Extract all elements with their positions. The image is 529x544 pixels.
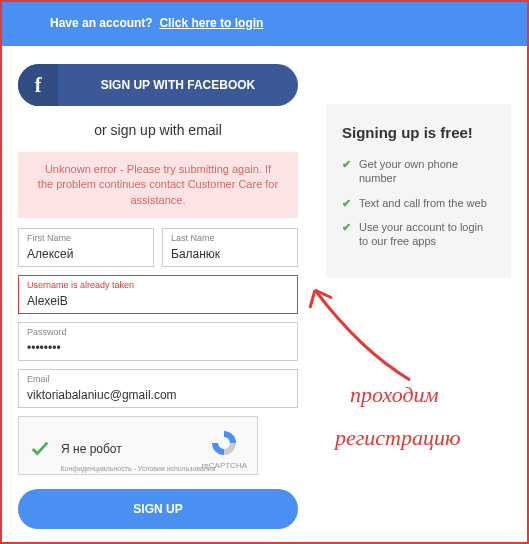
recaptcha-checkmark-icon	[29, 438, 51, 460]
annotation-text-2: регистрацию	[335, 425, 461, 451]
sidebar-title: Signing up is free!	[342, 124, 495, 141]
last-name-input[interactable]	[171, 247, 289, 261]
last-name-label: Last Name	[171, 233, 289, 243]
password-label: Password	[27, 327, 289, 337]
first-name-field[interactable]: First Name	[18, 228, 154, 267]
signup-form: f SIGN UP WITH FACEBOOK or sign up with …	[18, 64, 298, 529]
check-icon: ✔	[342, 196, 351, 210]
username-error-label: Username is already taken	[27, 280, 289, 290]
recaptcha-label: Я не робот	[61, 442, 202, 456]
username-field[interactable]: Username is already taken	[18, 275, 298, 314]
check-icon: ✔	[342, 220, 351, 234]
first-name-label: First Name	[27, 233, 145, 243]
facebook-icon: f	[18, 64, 58, 106]
check-icon: ✔	[342, 157, 351, 171]
benefits-sidebar: Signing up is free! ✔ Get your own phone…	[326, 104, 511, 278]
recaptcha-widget[interactable]: Я не робот reCAPTCHA Конфиденциальность …	[18, 416, 258, 475]
email-input[interactable]	[27, 388, 289, 402]
benefit-text: Text and call from the web	[359, 196, 487, 210]
email-field[interactable]: Email	[18, 369, 298, 408]
first-name-input[interactable]	[27, 247, 145, 261]
login-banner: Have an account? Click here to login	[0, 0, 529, 46]
login-link[interactable]: Click here to login	[159, 16, 263, 30]
signup-button[interactable]: SIGN UP	[18, 489, 298, 529]
email-label: Email	[27, 374, 289, 384]
annotation-text-1: проходим	[350, 382, 439, 408]
recaptcha-logo-icon	[208, 427, 240, 459]
password-field[interactable]: Password	[18, 322, 298, 361]
error-message: Unknown error - Please try submitting ag…	[18, 152, 298, 218]
banner-prompt: Have an account?	[50, 16, 153, 30]
benefit-item: ✔ Use your account to login to our free …	[342, 220, 495, 249]
benefit-item: ✔ Get your own phone number	[342, 157, 495, 186]
recaptcha-footer: Конфиденциальность - Условия использован…	[19, 465, 257, 472]
facebook-button-label: SIGN UP WITH FACEBOOK	[58, 78, 298, 92]
password-input[interactable]	[27, 341, 289, 355]
username-input[interactable]	[27, 294, 289, 308]
benefit-text: Use your account to login to our free ap…	[359, 220, 495, 249]
or-divider: or sign up with email	[18, 122, 298, 138]
last-name-field[interactable]: Last Name	[162, 228, 298, 267]
benefit-item: ✔ Text and call from the web	[342, 196, 495, 210]
facebook-signup-button[interactable]: f SIGN UP WITH FACEBOOK	[18, 64, 298, 106]
benefit-text: Get your own phone number	[359, 157, 495, 186]
